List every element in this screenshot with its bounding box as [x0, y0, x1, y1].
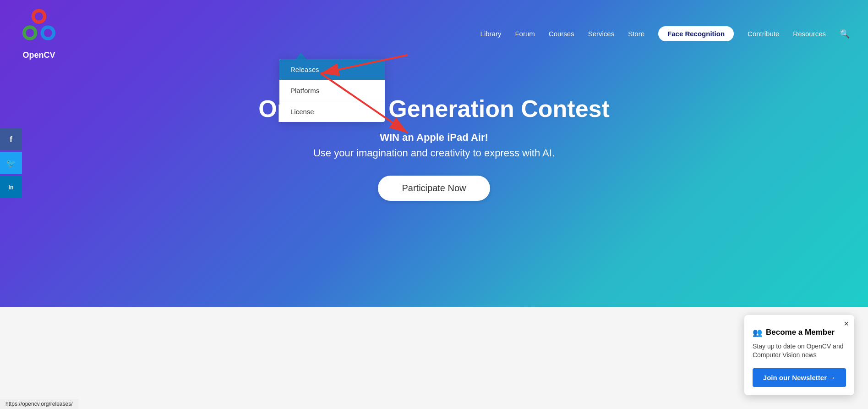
navbar: OpenCV Library Forum Courses Services St… [0, 0, 868, 67]
popup-header: × [744, 315, 854, 328]
dropdown-license[interactable]: License [279, 101, 385, 122]
nav-services[interactable]: Services [588, 30, 615, 38]
logo-area[interactable]: OpenCV [18, 7, 60, 60]
facebook-button[interactable]: f [0, 128, 22, 150]
dropdown-platforms[interactable]: Platforms [279, 80, 385, 101]
nav-library[interactable]: Library [480, 30, 502, 38]
hero-section: OpenCV Library Forum Courses Services St… [0, 0, 868, 307]
nav-links: Library Forum Courses Services Store Fac… [480, 26, 850, 41]
svg-point-3 [26, 29, 34, 37]
twitter-button[interactable]: 🐦 [0, 152, 22, 174]
logo-image [18, 7, 60, 49]
nav-courses[interactable]: Courses [549, 30, 574, 38]
nav-resources[interactable]: Resources [793, 30, 826, 38]
popup-close-button[interactable]: × [844, 320, 849, 328]
members-icon: 👥 [753, 328, 762, 337]
nav-store[interactable]: Store [628, 30, 644, 38]
social-sidebar: f 🐦 in [0, 128, 22, 198]
newsletter-popup: × 👥 Become a Member Stay up to date on O… [744, 315, 854, 395]
nav-forum[interactable]: Forum [515, 30, 535, 38]
brand-name: OpenCV [22, 50, 55, 60]
hero-content: OpenCV AI Generation Contest WIN an Appl… [0, 67, 868, 201]
linkedin-button[interactable]: in [0, 176, 22, 198]
svg-point-1 [35, 12, 43, 21]
dropdown-menu: Releases Platforms License [279, 59, 385, 122]
facebook-icon: f [10, 135, 12, 144]
dropdown-arrow [295, 53, 306, 59]
twitter-icon: 🐦 [6, 158, 16, 168]
library-dropdown: Releases Platforms License [279, 53, 385, 122]
newsletter-button[interactable]: Join our Newsletter → [753, 368, 846, 387]
popup-body: 👥 Become a Member Stay up to date on Ope… [744, 328, 854, 395]
bottom-section [0, 307, 868, 409]
svg-point-5 [44, 29, 52, 37]
popup-title: 👥 Become a Member [753, 328, 846, 337]
nav-face-recognition[interactable]: Face Recognition [658, 26, 734, 41]
nav-contribute[interactable]: Contribute [748, 30, 779, 38]
linkedin-icon: in [8, 184, 14, 191]
search-button[interactable]: 🔍 [840, 29, 850, 39]
popup-description: Stay up to date on OpenCV and Computer V… [753, 342, 846, 360]
dropdown-releases[interactable]: Releases [279, 59, 385, 80]
hero-subtitle: Use your imagination and creativity to e… [313, 147, 555, 159]
participate-button[interactable]: Participate Now [378, 176, 490, 201]
hero-subtitle-bold: WIN an Apple iPad Air! [380, 132, 488, 144]
status-url: https://opencv.org/releases/ [5, 401, 73, 407]
status-bar: https://opencv.org/releases/ [0, 399, 78, 409]
